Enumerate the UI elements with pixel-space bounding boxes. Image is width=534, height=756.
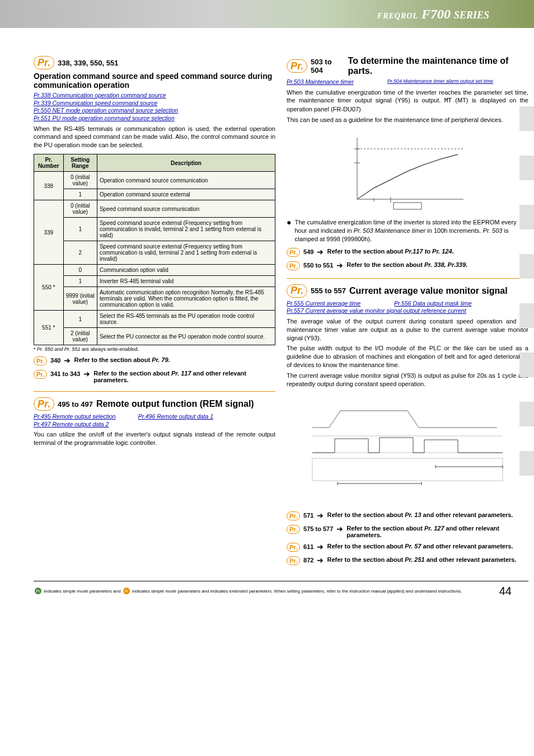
th-description: Description — [97, 154, 275, 172]
arrow-icon: ➜ — [317, 542, 324, 551]
header-logo: FREQROL F700 SERIES — [377, 7, 489, 22]
td-range: 1 — [63, 189, 97, 200]
td-desc: Speed command source communication — [97, 200, 275, 218]
section-range: 555 to 557 — [311, 287, 346, 295]
param-link[interactable]: Pr.557 Current average value monitor sig… — [287, 307, 528, 315]
ref-line-340: Pr. 340 ➜ Refer to the section about Pr.… — [34, 356, 275, 365]
bullet-note: ● The cumulative energization time of th… — [287, 218, 528, 243]
param-link[interactable]: Pr.495 Remote output selection — [34, 413, 116, 421]
side-tabs — [519, 106, 534, 500]
side-tab — [519, 451, 534, 476]
ref-num: 872 — [303, 557, 313, 564]
td-desc: Speed command source external (Frequency… — [97, 218, 275, 241]
pr-badge-sm: Pr. — [34, 370, 47, 379]
arrow-icon: ➜ — [317, 511, 324, 520]
td-desc: Operation command source external — [97, 189, 275, 200]
body-text: The pulse width output to the I/O module… — [287, 344, 528, 369]
body-text: When the RS-485 terminals or communicati… — [34, 125, 275, 150]
pr-badge-sm: Pr. — [34, 356, 47, 365]
svg-rect-7 — [394, 203, 421, 209]
footer-text: Pr indicates simple mode parameters and … — [34, 588, 462, 594]
td-range: 1 — [63, 218, 97, 241]
header-model: F700 — [421, 7, 451, 21]
body-text: You can utilize the on/off of the invert… — [34, 430, 275, 447]
arrow-icon: ➜ — [317, 556, 324, 565]
side-tab — [519, 156, 534, 180]
param-link[interactable]: Pr.496 Remote output data 1 — [138, 413, 213, 421]
side-tab — [519, 303, 534, 328]
th-pr-number: Pr. Number — [34, 154, 64, 172]
header-bar: FREQROL F700 SERIES — [0, 0, 534, 28]
body-text: The average value of the output current … — [287, 317, 528, 342]
td-desc: Speed command source external (Frequency… — [97, 241, 275, 265]
section-subtitle: Operation command source and speed comma… — [34, 72, 275, 90]
td-desc: Communication option valid — [97, 265, 275, 276]
td-num: 550 * — [34, 265, 64, 311]
param-link[interactable]: Pr.338 Communication operation command s… — [34, 92, 275, 100]
td-range: 2 — [63, 241, 97, 265]
side-tab — [519, 106, 534, 131]
header-series: SERIES — [454, 10, 489, 21]
td-num: 339 — [34, 200, 64, 265]
section-title: Current average value monitor signal — [349, 286, 508, 296]
td-desc: Automatic communication option recogniti… — [97, 287, 275, 311]
body-text: When the cumulative energization time of… — [287, 88, 528, 114]
td-range: 9999 (initial value) — [63, 287, 97, 311]
pr-badge: Pr. — [34, 397, 54, 411]
td-desc: Select the RS-485 terminals as the PU op… — [97, 311, 275, 328]
table-footnote: * Pr. 550 and Pr. 551 are always write-e… — [34, 346, 275, 352]
ref-line-549: Pr. 549 ➜ Refer to the section about Pr.… — [287, 248, 528, 257]
param-link[interactable]: Pr.556 Data output mask time — [394, 300, 472, 308]
ref-line-550: Pr. 550 to 551 ➜ Refer to the section ab… — [287, 261, 528, 270]
pr-badge: Pr. — [287, 284, 307, 298]
td-num: 551 * — [34, 311, 64, 345]
header-prefix: FREQROL — [377, 12, 418, 20]
td-range: 1 — [63, 276, 97, 287]
td-range: 2 (initial value) — [63, 328, 97, 345]
section-title: To determine the maintenance time of par… — [348, 56, 528, 76]
td-desc: Select the PU connector as the PU operat… — [97, 328, 275, 345]
section-head-555: Pr. 555 to 557 Current average value mon… — [287, 284, 528, 298]
pr-badge-sm: Pr. — [287, 261, 300, 270]
bullet-icon: ● — [287, 218, 291, 243]
side-tab — [519, 353, 534, 377]
section-head-495: Pr. 495 to 497 Remote output function (R… — [34, 397, 275, 411]
param-link[interactable]: Pr.551 PU mode operation command source … — [34, 115, 275, 123]
ref-line-872: Pr. 872 ➜ Refer to the section about Pr.… — [287, 556, 528, 565]
td-range: 0 (initial value) — [63, 172, 97, 189]
param-link[interactable]: Pr.497 Remote output data 2 — [34, 421, 275, 429]
section-range: 338, 339, 550, 551 — [58, 59, 118, 67]
param-link[interactable]: Pr.550 NET mode operation command source… — [34, 107, 275, 115]
param-link[interactable]: Pr.504 Maintenance timer alarm output se… — [387, 78, 493, 86]
pr-badge-sm: Pr. — [287, 511, 300, 520]
page-number: 44 — [499, 585, 512, 598]
ref-num: 571 — [303, 512, 313, 519]
footer: Pr indicates simple mode parameters and … — [34, 581, 528, 601]
pr-badge-sm: Pr. — [287, 556, 300, 565]
green-icon: Pr — [35, 588, 41, 594]
ref-line-575: Pr. 575 to 577 ➜ Refer to the section ab… — [287, 525, 528, 538]
side-tab — [519, 254, 534, 279]
body-text: The current average value monitor signal… — [287, 372, 528, 388]
param-link[interactable]: Pr.503 Maintenance timer — [287, 78, 354, 86]
td-range: 1 — [63, 311, 97, 328]
ref-num: 549 — [303, 248, 313, 255]
arrow-icon: ➜ — [317, 247, 324, 256]
arrow-icon: ➜ — [336, 261, 343, 270]
ref-num: 550 to 551 — [303, 262, 333, 269]
param-link[interactable]: Pr.555 Current average time — [287, 300, 360, 308]
ref-line-611: Pr. 611 ➜ Refer to the section about Pr.… — [287, 543, 528, 552]
ref-num: 575 to 577 — [303, 525, 333, 532]
side-tab — [519, 402, 534, 426]
param-table: Pr. Number Setting Range Description 338… — [34, 154, 275, 345]
ref-num: 611 — [303, 543, 313, 550]
section-title: Remote output function (REM signal) — [96, 399, 254, 409]
td-desc: Operation command source communication — [97, 172, 275, 189]
section-range: 495 to 497 — [58, 400, 93, 408]
ref-num: 340 — [50, 357, 60, 364]
orange-icon: Pr — [123, 588, 130, 594]
section-range: 503 to 504 — [311, 58, 345, 74]
ref-num: 341 to 343 — [50, 370, 80, 377]
ref-line-571: Pr. 571 ➜ Refer to the section about Pr.… — [287, 511, 528, 520]
param-link[interactable]: Pr.339 Communication speed command sourc… — [34, 100, 275, 107]
